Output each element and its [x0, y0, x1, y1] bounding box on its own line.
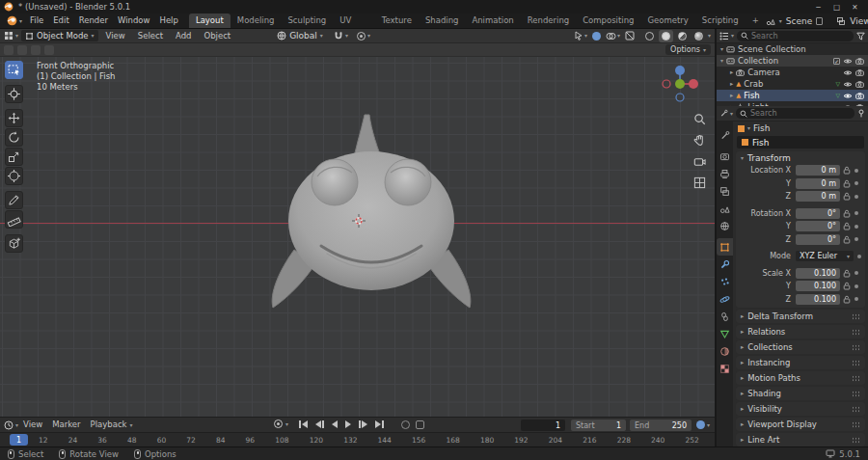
tab-scene[interactable]: [717, 200, 733, 217]
proportional-editing-button[interactable]: ▾: [357, 32, 370, 41]
panel-line-art[interactable]: ▸Line Art: [736, 433, 865, 446]
panel-relations[interactable]: ▸Relations: [736, 325, 865, 338]
tab-world[interactable]: [717, 217, 733, 234]
tab-object[interactable]: [717, 238, 733, 256]
outliner-row-fish[interactable]: ▸ ▲ Fish ▽: [717, 90, 868, 101]
tab-view-layer[interactable]: [717, 182, 733, 200]
tab-texture[interactable]: [717, 360, 733, 377]
hide-eye-icon[interactable]: [843, 81, 853, 88]
timeline-editor-type-button[interactable]: ▾: [4, 420, 18, 430]
playback-sync-icon[interactable]: [401, 420, 410, 429]
add-workspace-button[interactable]: +: [746, 14, 766, 28]
timeline-menu-marker[interactable]: Marker: [47, 418, 85, 432]
scene-selector[interactable]: Scene: [786, 16, 812, 26]
panel-delta-transform[interactable]: ▸Delta Transform: [736, 310, 865, 323]
editor-type-button[interactable]: ▾: [4, 31, 18, 41]
annotate-tool[interactable]: [5, 191, 23, 209]
hide-eye-icon[interactable]: [843, 58, 853, 65]
tab-uv-editing[interactable]: UV Editing: [333, 14, 375, 28]
3d-viewport[interactable]: Front Orthographic (1) Collection | Fish…: [0, 57, 715, 417]
tool-settings-icon[interactable]: [17, 45, 27, 55]
menu-render[interactable]: Render: [74, 14, 113, 28]
tab-rendering[interactable]: Rendering: [521, 14, 576, 28]
location-x-field[interactable]: 0 m: [796, 165, 840, 176]
animate-dot[interactable]: [854, 211, 858, 215]
outliner-row-camera[interactable]: ▸ Camera: [717, 67, 868, 78]
overlays-dropdown[interactable]: ▾: [606, 32, 620, 41]
panel-visibility[interactable]: ▸Visibility: [736, 402, 865, 416]
options-dropdown[interactable]: Options ▾: [665, 44, 711, 55]
chevron-down-icon[interactable]: ▾: [779, 18, 782, 24]
lock-icon[interactable]: [843, 179, 851, 188]
cursor-tool[interactable]: [5, 85, 23, 103]
active-tool-icon[interactable]: [4, 45, 14, 55]
new-scene-icon[interactable]: [816, 17, 823, 25]
tab-modifiers[interactable]: [717, 256, 733, 273]
tab-layout[interactable]: Layout: [189, 14, 231, 28]
axis-x-handle[interactable]: [689, 79, 698, 89]
lock-icon[interactable]: [843, 222, 851, 230]
prev-keyframe-button[interactable]: [313, 419, 326, 430]
snapping-dropdown[interactable]: ▾: [334, 31, 348, 41]
menu-add[interactable]: Add: [171, 29, 196, 43]
pin-icon[interactable]: [857, 109, 865, 118]
animate-dot[interactable]: [854, 237, 858, 241]
lock-icon[interactable]: [843, 269, 851, 278]
scale-tool[interactable]: [5, 148, 23, 166]
tool-settings-icon[interactable]: [31, 45, 41, 55]
maximize-button[interactable]: □: [827, 0, 846, 14]
jump-to-start-button[interactable]: [297, 419, 310, 430]
animate-dot[interactable]: [854, 225, 858, 229]
render-camera-icon[interactable]: [855, 58, 864, 65]
camera-view-icon[interactable]: [693, 155, 706, 168]
minimize-button[interactable]: ─: [809, 0, 827, 14]
timeline-menu-playback[interactable]: Playback▾: [86, 418, 138, 432]
preview-range-icon[interactable]: [416, 420, 424, 429]
tab-physics[interactable]: [717, 290, 733, 308]
transform-panel-header[interactable]: ▾ Transform: [736, 151, 865, 164]
location-z-field[interactable]: 0 m: [796, 191, 840, 202]
zoom-icon[interactable]: [693, 113, 706, 125]
shading-material-button[interactable]: [675, 30, 690, 42]
rotate-tool[interactable]: [5, 128, 23, 147]
tab-particles[interactable]: [717, 273, 733, 290]
lock-icon[interactable]: [843, 295, 851, 304]
outliner-row-crab[interactable]: ▸ ▲ Crab ▽: [717, 78, 868, 90]
tool-settings-icon[interactable]: [44, 45, 54, 55]
panel-shading[interactable]: ▸Shading: [736, 387, 865, 400]
rotation-mode-dropdown[interactable]: XYZ Euler ▾: [796, 251, 854, 261]
animate-dot[interactable]: [854, 181, 858, 185]
play-reverse-button[interactable]: [330, 419, 339, 430]
tab-modeling[interactable]: Modeling: [231, 14, 282, 28]
tab-object-data[interactable]: [717, 325, 733, 342]
scale-y-field[interactable]: 0.100: [796, 281, 840, 291]
lock-icon[interactable]: [843, 282, 851, 290]
properties-editor-type-button[interactable]: ▾: [719, 109, 733, 118]
playhead[interactable]: 1: [10, 434, 28, 446]
mode-dropdown[interactable]: Object Mode ▾: [21, 30, 98, 41]
breadcrumb-object[interactable]: Fish: [753, 123, 770, 133]
tab-texture-paint[interactable]: Texture Paint: [375, 14, 419, 28]
tab-render[interactable]: [717, 148, 733, 165]
shading-solid-button[interactable]: [659, 30, 673, 42]
timeline-options-dropdown[interactable]: ▾: [696, 420, 710, 429]
shading-rendered-button[interactable]: [692, 30, 706, 42]
lock-icon[interactable]: [843, 166, 851, 175]
menu-file[interactable]: File: [25, 14, 48, 28]
fish-model[interactable]: [256, 103, 487, 315]
animate-dot[interactable]: [854, 169, 858, 173]
lock-icon[interactable]: [843, 235, 851, 244]
blender-menu-button[interactable]: ▾: [4, 15, 25, 26]
outliner-search-input[interactable]: [751, 32, 850, 41]
tab-material[interactable]: [717, 342, 733, 360]
scale-z-field[interactable]: 0.100: [796, 294, 840, 305]
location-y-field[interactable]: 0 m: [796, 178, 840, 189]
menu-edit[interactable]: Edit: [48, 14, 73, 28]
hand-pan-icon[interactable]: [693, 134, 706, 147]
tab-tool[interactable]: [717, 126, 733, 144]
axis-y-handle[interactable]: [675, 79, 685, 89]
current-frame-field[interactable]: 1: [521, 419, 565, 431]
auto-keying-button[interactable]: ▾: [274, 419, 288, 428]
outliner-row-collection[interactable]: ▾ Collection ✓: [717, 55, 868, 67]
tab-sculpting[interactable]: Sculpting: [281, 14, 333, 28]
